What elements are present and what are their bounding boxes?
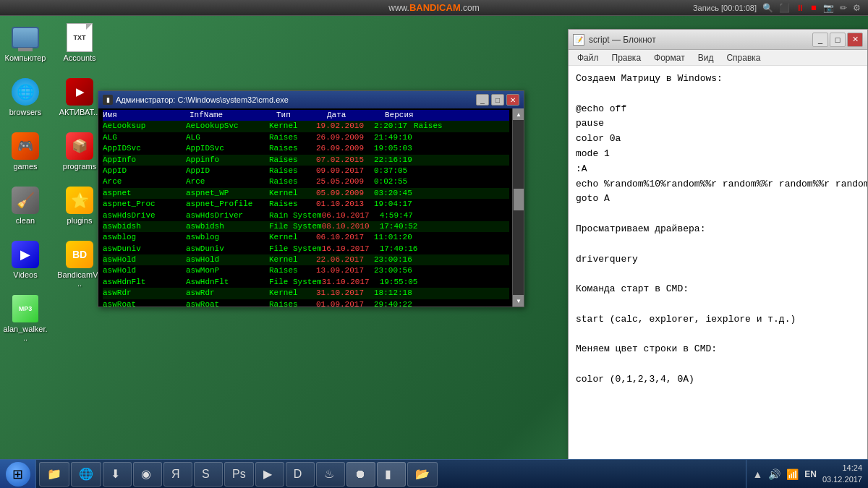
notepad-menu-help[interactable]: Справка	[720, 51, 766, 64]
notepad-menubar: Файл Правка Формат Вид Справка	[569, 50, 867, 66]
notepad-line	[576, 297, 860, 312]
tray-clock: 14:24 03.12.2017	[822, 463, 862, 485]
discord-icon: D	[294, 468, 302, 481]
bandicam-pen-icon[interactable]: ✏	[840, 3, 847, 13]
notepad-line: Команда старт в CMD:	[576, 282, 860, 297]
taskbar-item-skype[interactable]: S	[194, 462, 223, 487]
table-row: AppIDSvcAppIDSvcRaises26.09.200919:05:03	[103, 143, 509, 154]
desktop-icon-games-label: games	[13, 162, 37, 171]
tray-time: 14:24	[822, 463, 862, 474]
taskbar-item-record[interactable]: ⏺	[346, 462, 375, 487]
desktop-icon-computer[interactable]: Компьютер	[0, 20, 51, 74]
ie-icon: 🌐	[79, 467, 93, 481]
taskbar-item-cmd[interactable]: ▮	[377, 462, 406, 487]
cmd-minimize-button[interactable]: _	[476, 94, 489, 106]
notepad-menu-format[interactable]: Формат	[648, 51, 691, 64]
tray-network-icon[interactable]: 📶	[786, 468, 799, 480]
table-row: AppIDAppIDRaises09.09.20170:37:05	[103, 166, 509, 176]
desktop-icon-videos[interactable]: ▶ Videos	[0, 237, 51, 291]
notepad-minimize-button[interactable]: _	[812, 33, 828, 47]
table-row: aswHoldaswHoldKernel22.06.201723:00:16	[103, 254, 509, 265]
desktop-icon-aktivat-label: АКТИВАТ...	[59, 108, 101, 116]
bandicam-camera-icon[interactable]: 📷	[823, 3, 834, 13]
cmd-titlebar[interactable]: ▮ Администратор: C:\Windows\system32\cmd…	[98, 91, 524, 108]
taskbar-item-folder[interactable]: 📂	[407, 462, 438, 487]
desktop-icon-alanwalker[interactable]: MP3 alan_walker...	[0, 291, 51, 346]
taskbar-item-yandex[interactable]: Я	[163, 462, 192, 487]
taskbar-item-photoshop[interactable]: Ps	[224, 462, 254, 487]
notepad-line: @echo off	[576, 102, 860, 117]
taskbar-item-ie[interactable]: 🌐	[71, 462, 101, 487]
notepad-line: :A	[576, 162, 860, 177]
steam-icon: ♨	[324, 467, 334, 481]
tray-sound-icon[interactable]: 🔊	[768, 468, 780, 480]
notepad-line: start (calc, explorer, iexplore и т.д.)	[576, 312, 860, 328]
skype-icon: S	[202, 468, 210, 481]
cmd-window-controls[interactable]: _ □ ✕	[476, 94, 519, 106]
notepad-line	[576, 207, 860, 222]
cmd-close-button[interactable]: ✕	[506, 94, 519, 106]
utorrent-icon: ⬇	[111, 467, 120, 481]
notepad-line: color 0a	[576, 132, 860, 147]
table-row: AeLooksupAeLookupSvcKernel19.02.20102:20…	[103, 121, 509, 132]
desktop-icon-browsers-label: browsers	[9, 108, 42, 116]
scrollbar-up-arrow[interactable]: ▲	[513, 108, 524, 120]
taskbar-item-discord[interactable]: D	[286, 462, 315, 487]
notepad-content[interactable]: Создаем Матрицу в Windows:@echo offpause…	[569, 66, 867, 484]
notepad-close-button[interactable]: ✕	[847, 33, 863, 47]
bandicam-stop-icon[interactable]: ⏹	[810, 4, 817, 12]
taskbar-item-steam[interactable]: ♨	[316, 462, 345, 487]
desktop-icon-bandicamv-label: BandicamVi...	[57, 270, 102, 288]
explorer-icon: 📁	[47, 467, 61, 481]
taskbar-items: 📁🌐⬇◉ЯSPs▶D♨⏺▮📂	[36, 461, 746, 488]
desktop-icon-clean-label: clean	[16, 216, 35, 225]
start-orb[interactable]: ⊞	[6, 462, 30, 487]
notepad-menu-edit[interactable]: Правка	[606, 51, 647, 64]
record-time: Запись [00:01:08]	[693, 4, 757, 12]
taskbar-item-explorer[interactable]: 📁	[39, 462, 69, 487]
photoshop-icon: Ps	[232, 468, 246, 481]
notepad-line	[576, 357, 860, 372]
table-row: aswHoldaswMonPRaises13.09.201723:00:56	[103, 265, 509, 276]
tray-arrow-icon[interactable]: ▲	[752, 468, 762, 480]
folder-icon: 📂	[415, 467, 430, 481]
bandicam-record-icon[interactable]: ⏸	[796, 3, 804, 13]
desktop-icon-programs-label: programs	[63, 162, 96, 171]
bandicam-rect-icon[interactable]: ⬛	[779, 3, 790, 13]
notepad-controls[interactable]: _ □ ✕	[812, 33, 863, 47]
cmd-maximize-button[interactable]: □	[491, 94, 504, 106]
notepad-maximize-button[interactable]: □	[830, 33, 846, 47]
desktop-icon-games[interactable]: 🎮 games	[0, 129, 51, 183]
cmd-content: ИмяInfNameТипДатаВерсияAeLooksupAeLookup…	[98, 108, 524, 307]
cmd-scrollbar[interactable]: ▲ ▼	[512, 108, 524, 307]
notepad-icon: 📝	[573, 34, 584, 46]
table-row: aswblogaswblogKernel06.10.201711:01:20	[103, 232, 509, 243]
scrollbar-down-arrow[interactable]: ▼	[513, 295, 524, 307]
taskbar-item-utorrent[interactable]: ⬇	[103, 462, 132, 487]
notepad-titlebar[interactable]: 📝 script — Блокнот _ □ ✕	[569, 30, 867, 50]
bandicam-settings-icon[interactable]: ⚙	[853, 3, 861, 13]
notepad-menu-file[interactable]: Файл	[571, 51, 605, 64]
cmd-scrollbar-thumb[interactable]	[514, 189, 524, 210]
bandicam-logo: www.BANDICAM.com	[388, 2, 479, 13]
bandicam-search-icon[interactable]: 🔍	[762, 3, 773, 13]
notepad-menu-view[interactable]: Вид	[692, 51, 720, 64]
bandicam-controls[interactable]: Запись [00:01:08] 🔍 ⬛ ⏸ ⏹ 📷 ✏ ⚙	[693, 3, 861, 13]
notepad-title: 📝 script — Блокнот	[573, 34, 656, 46]
table-row: AppInfoAppinfoRaises07.02.201522:16:19	[103, 155, 509, 166]
notepad-line	[576, 328, 860, 343]
start-button[interactable]: ⊞	[0, 460, 36, 489]
taskbar-item-chrome[interactable]: ◉	[133, 462, 162, 487]
record-icon: ⏺	[354, 468, 366, 481]
cmd-icon: ▮	[385, 467, 391, 481]
desktop-icon-browsers[interactable]: 🌐 browsers	[0, 74, 51, 129]
desktop-icon-accounts[interactable]: TXT Accounts	[54, 20, 105, 74]
cmd-window: ▮ Администратор: C:\Windows\system32\cmd…	[98, 90, 524, 307]
desktop-icon-clean[interactable]: 🧹 clean	[0, 183, 51, 237]
desktop-icon-plugins-label: plugins	[67, 216, 93, 225]
notepad-line: goto A	[576, 192, 860, 207]
taskbar-item-arrow[interactable]: ▶	[255, 462, 284, 487]
tray-date: 03.12.2017	[822, 474, 862, 485]
notepad-line	[576, 267, 860, 282]
tray-language[interactable]: EN	[804, 469, 817, 479]
